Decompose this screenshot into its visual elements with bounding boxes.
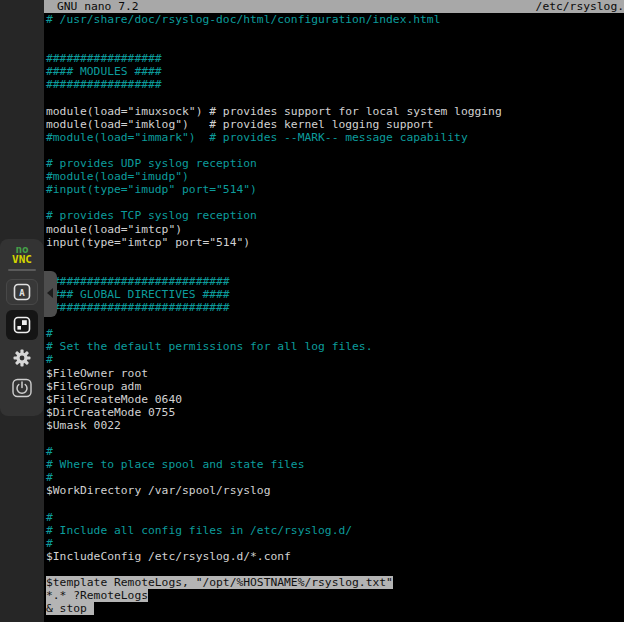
editor-line: ################# [44, 78, 624, 91]
editor-line-text: $WorkDirectory /var/spool/rsyslog [46, 484, 270, 497]
editor-line: # provides TCP syslog reception [44, 209, 624, 222]
editor-line [44, 196, 624, 209]
editor-lines: # /usr/share/doc/rsyslog-doc/html/config… [44, 13, 624, 615]
svg-text:A: A [19, 288, 25, 298]
editor-line [44, 432, 624, 445]
editor-line-text: module(load="imuxsock") # provides suppo… [46, 105, 502, 118]
nano-titlebar: GNU nano 7.2 /etc/rsyslog. [44, 0, 624, 13]
novnc-control-bar: no VNC A [0, 239, 44, 416]
editor-line: $FileCreateMode 0640 [44, 393, 624, 406]
editor-line-text: # Set the default permissions for all lo… [46, 340, 372, 353]
control-bar-handle[interactable] [44, 271, 57, 317]
editor-line: # provides UDP syslog reception [44, 157, 624, 170]
editor-line-text: # [46, 445, 53, 458]
editor-line: #module(load="imudp") [44, 170, 624, 183]
editor-line-text: ########################### [46, 301, 230, 314]
editor-line-text: #module(load="immark") # provides --MARK… [46, 131, 468, 144]
editor-line-text: module(load="imtcp") [46, 223, 182, 236]
editor-line [44, 26, 624, 39]
novnc-logo: no VNC [12, 245, 32, 264]
editor-line: $WorkDirectory /var/spool/rsyslog [44, 484, 624, 497]
editor-line-text: #input(type="imudp" port="514") [46, 183, 257, 196]
editor-line-text: & stop [46, 602, 87, 615]
editor-line: #### MODULES #### [44, 65, 624, 78]
editor-line: module(load="imtcp") [44, 223, 624, 236]
editor-line-text: $Umask 0022 [46, 419, 121, 432]
fullscreen-icon [13, 316, 31, 334]
power-icon [12, 378, 32, 398]
editor-line-text: # [46, 471, 53, 484]
editor-line: module(load="imklog") # provides kernel … [44, 118, 624, 131]
editor-line-text: #### MODULES #### [46, 65, 162, 78]
editor-line: module(load="imuxsock") # provides suppo… [44, 105, 624, 118]
editor-line-text: # [46, 353, 53, 366]
editor-line: #input(type="imudp" port="514") [44, 183, 624, 196]
editor-line [44, 39, 624, 52]
editor-line-text: $template RemoteLogs, "/opt/%HOSTNAME%/r… [46, 576, 393, 589]
editor-line: #module(load="immark") # provides --MARK… [44, 131, 624, 144]
editor-line [44, 314, 624, 327]
editor-line: & stop [44, 602, 624, 615]
editor-line: $Umask 0022 [44, 419, 624, 432]
editor-line: $FileGroup adm [44, 380, 624, 393]
editor-line-text: ################# [46, 52, 162, 65]
panel-divider [8, 269, 36, 271]
editor-line-text: # [46, 327, 53, 340]
editor-line-text: ########################### [46, 275, 230, 288]
editor-line-text: # [46, 537, 53, 550]
text-cursor [87, 602, 94, 615]
editor-line [44, 144, 624, 157]
editor-line: # Include all config files in /etc/rsysl… [44, 524, 624, 537]
editor-line: # [44, 537, 624, 550]
editor-line-text: #module(load="imudp") [46, 170, 189, 183]
editor-line [44, 262, 624, 275]
editor-line-text: module(load="imklog") # provides kernel … [46, 118, 434, 131]
settings-button[interactable] [6, 345, 38, 371]
editor-line: # [44, 327, 624, 340]
nano-version-label: GNU nano 7.2 [57, 0, 139, 13]
editor-line: ########################### [44, 275, 624, 288]
keycap-a-icon: A [13, 283, 31, 301]
editor-line: # Set the default permissions for all lo… [44, 340, 624, 353]
editor-line: $template RemoteLogs, "/opt/%HOSTNAME%/r… [44, 576, 624, 589]
editor-line-text: #### GLOBAL DIRECTIVES #### [46, 288, 230, 301]
editor-line-text: # /usr/share/doc/rsyslog-doc/html/config… [46, 13, 440, 26]
collapse-arrow-icon [47, 288, 53, 298]
editor-line-text: input(type="imtcp" port="514") [46, 236, 250, 249]
editor-line: #### GLOBAL DIRECTIVES #### [44, 288, 624, 301]
editor-line: *.* ?RemoteLogs [44, 589, 624, 602]
editor-line-text: $FileCreateMode 0640 [46, 393, 182, 406]
editor-line-text: $IncludeConfig /etc/rsyslog.d/*.conf [46, 550, 291, 563]
editor-line: ################# [44, 52, 624, 65]
editor-line [44, 92, 624, 105]
editor-line-text: $DirCreateMode 0755 [46, 406, 175, 419]
clipboard-button[interactable]: A [6, 279, 38, 305]
editor-line-text: $FileOwner root [46, 367, 148, 380]
editor-line: # Where to place spool and state files [44, 458, 624, 471]
editor-line-text: # Include all config files in /etc/rsysl… [46, 524, 352, 537]
editor-line: $DirCreateMode 0755 [44, 406, 624, 419]
fullscreen-button[interactable] [6, 310, 38, 340]
open-file-path: /etc/rsyslog. [536, 0, 624, 13]
power-button[interactable] [6, 375, 38, 401]
editor-line-text: # [46, 511, 53, 524]
editor-line [44, 497, 624, 510]
novnc-logo-vnc: VNC [12, 255, 32, 265]
editor-line-text: $FileGroup adm [46, 380, 141, 393]
editor-line: $FileOwner root [44, 367, 624, 380]
editor-line: ########################### [44, 301, 624, 314]
editor-line: # [44, 353, 624, 366]
editor-line [44, 563, 624, 576]
editor-line: # [44, 511, 624, 524]
editor-line-text: # provides TCP syslog reception [46, 209, 257, 222]
editor-line: input(type="imtcp" port="514") [44, 236, 624, 249]
editor-line-text: *.* ?RemoteLogs [46, 589, 148, 602]
editor-line: # /usr/share/doc/rsyslog-doc/html/config… [44, 13, 624, 26]
editor-line: # [44, 445, 624, 458]
gear-icon [12, 348, 32, 368]
editor-line-text: # provides UDP syslog reception [46, 157, 257, 170]
terminal-screen[interactable]: GNU nano 7.2 /etc/rsyslog. # /usr/share/… [44, 0, 624, 622]
editor-line [44, 249, 624, 262]
editor-line: $IncludeConfig /etc/rsyslog.d/*.conf [44, 550, 624, 563]
editor-line: # [44, 471, 624, 484]
